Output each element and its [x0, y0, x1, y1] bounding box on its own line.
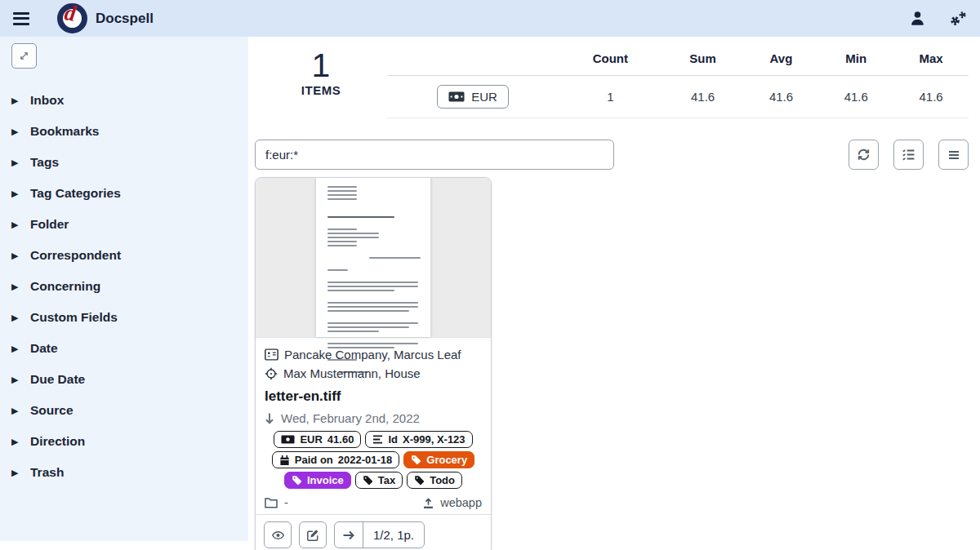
arrow-down-icon — [265, 412, 274, 424]
currency-filter-button[interactable]: EUR — [437, 85, 509, 109]
view-menu-button[interactable] — [938, 140, 969, 170]
search-bar — [255, 140, 969, 170]
item-count: 1 — [255, 48, 387, 83]
sidebar-item-bookmarks[interactable]: ▶Bookmarks — [11, 116, 248, 147]
concerning-row: Max Mustermann, House — [265, 364, 482, 383]
collapse-sidebar-button[interactable] — [11, 43, 37, 69]
address-card-icon — [265, 348, 278, 361]
sidebar-item-source[interactable]: ▶Source — [11, 395, 248, 426]
sidebar-item-tags[interactable]: ▶Tags — [11, 147, 248, 178]
caret-right-icon: ▶ — [11, 157, 20, 168]
item-count-label: ITEMS — [255, 83, 387, 97]
caret-right-icon: ▶ — [11, 282, 20, 292]
caret-right-icon: ▶ — [11, 313, 20, 323]
menu-icon[interactable] — [13, 10, 34, 28]
correspondent-value: Pancake Company, Marcus Leaf — [284, 345, 461, 364]
item-name[interactable]: letter-en.tiff — [265, 388, 482, 405]
tag-badge-tax[interactable]: Tax — [355, 472, 403, 489]
calendar-icon — [279, 455, 290, 466]
attachment-page-count: 1/2, 1p. — [363, 522, 424, 548]
settings-button[interactable] — [947, 10, 967, 28]
search-filter-list: ▶Inbox ▶Bookmarks ▶Tags ▶Tag Categories … — [11, 85, 248, 488]
document-thumbnail[interactable] — [256, 178, 491, 338]
arrow-right-icon — [335, 522, 363, 548]
sidebar-item-due-date[interactable]: ▶Due Date — [11, 364, 248, 395]
tasks-list-icon — [902, 148, 915, 162]
sidebar-item-date[interactable]: ▶Date — [11, 333, 248, 364]
currency-label: EUR — [471, 90, 497, 104]
paid-on-badge: Paid on 2022-01-18 — [272, 451, 399, 468]
edit-icon — [306, 529, 319, 542]
crosshairs-icon — [265, 367, 278, 380]
caret-right-icon: ▶ — [11, 437, 20, 447]
item-footer-row: - webapp — [265, 496, 482, 509]
sidebar-item-tag-categories[interactable]: ▶Tag Categories — [11, 178, 248, 209]
stat-avg-value: 41.6 — [744, 76, 819, 118]
sidebar-item-trash[interactable]: ▶Trash — [11, 457, 248, 488]
top-navbar: d Docspell — [0, 0, 980, 37]
caret-right-icon: ▶ — [11, 220, 20, 230]
tag-icon — [363, 475, 373, 486]
logo-letter: d — [63, 0, 78, 27]
stat-min-value: 41.6 — [818, 76, 893, 118]
user-icon — [909, 10, 926, 27]
refresh-button[interactable] — [849, 140, 879, 170]
sidebar-item-correspondent[interactable]: ▶Correspondent — [11, 240, 248, 271]
tag-badge-grocery[interactable]: Grocery — [403, 451, 474, 468]
caret-right-icon: ▶ — [11, 95, 20, 106]
edit-button[interactable] — [299, 521, 327, 548]
stat-max-value: 41.6 — [893, 76, 969, 118]
card-actions: 1/2, 1p. — [256, 514, 491, 550]
item-card: Pancake Company, Marcus Leaf Max Musterm… — [255, 177, 492, 550]
currency-stats-table: Count Sum Avg Min Max — [387, 45, 969, 118]
min-column-header: Min — [818, 45, 893, 76]
avg-column-header: Avg — [744, 45, 819, 76]
custom-id-badge: Id X-999, X-123 — [365, 431, 472, 448]
stat-count-value: 1 — [559, 76, 662, 118]
sidebar-item-inbox[interactable]: ▶Inbox — [11, 85, 248, 116]
search-input[interactable] — [255, 140, 614, 170]
tag-badge-todo[interactable]: Todo — [407, 472, 462, 489]
upload-icon — [422, 497, 434, 509]
table-row: EUR 1 41.6 41.6 41.6 41.6 — [387, 76, 969, 118]
source-value: webapp — [440, 496, 482, 509]
sidebar-item-custom-fields[interactable]: ▶Custom Fields — [11, 302, 248, 333]
stat-sum-value: 41.6 — [662, 76, 744, 118]
eye-icon — [271, 530, 285, 541]
tag-icon — [414, 475, 425, 486]
tag-badge-invoice[interactable]: Invoice — [284, 472, 351, 489]
money-bill-icon — [448, 91, 465, 102]
item-date-row: Wed, February 2nd, 2022 — [265, 411, 482, 425]
user-menu-button[interactable] — [909, 10, 926, 27]
open-detail-button[interactable]: 1/2, 1p. — [334, 521, 425, 548]
preview-button[interactable] — [264, 521, 292, 548]
tag-icon — [292, 475, 302, 486]
caret-right-icon: ▶ — [11, 251, 20, 261]
tag-icon — [411, 455, 421, 465]
app-logo: d — [57, 3, 87, 33]
sidebar-item-direction[interactable]: ▶Direction — [11, 426, 248, 457]
gear-icon — [947, 10, 967, 28]
count-column-header: Count — [559, 45, 662, 76]
app-title: Docspell — [96, 11, 154, 27]
bars-icon — [947, 149, 960, 162]
correspondent-row: Pancake Company, Marcus Leaf — [265, 345, 482, 364]
expand-arrows-icon — [19, 51, 29, 61]
currency-column-header — [387, 45, 559, 76]
sidebar-item-concerning[interactable]: ▶Concerning — [11, 271, 248, 302]
caret-right-icon: ▶ — [11, 406, 20, 416]
caret-right-icon: ▶ — [11, 375, 20, 385]
sum-column-header: Sum — [662, 45, 744, 76]
amount-badge: EUR 41.60 — [274, 431, 361, 448]
item-count-summary: 1 ITEMS — [255, 45, 387, 97]
caret-right-icon: ▶ — [11, 468, 20, 478]
concerning-value: Max Mustermann, House — [283, 364, 421, 383]
select-mode-button[interactable] — [893, 140, 924, 170]
search-stats: 1 ITEMS Count Sum Avg Min Max — [255, 45, 969, 118]
sync-icon — [857, 148, 871, 162]
folder-icon — [265, 497, 278, 508]
sidebar: ▶Inbox ▶Bookmarks ▶Tags ▶Tag Categories … — [0, 37, 248, 541]
sidebar-item-folder[interactable]: ▶Folder — [11, 209, 248, 240]
max-column-header: Max — [893, 45, 969, 76]
document-page-preview — [316, 178, 430, 337]
